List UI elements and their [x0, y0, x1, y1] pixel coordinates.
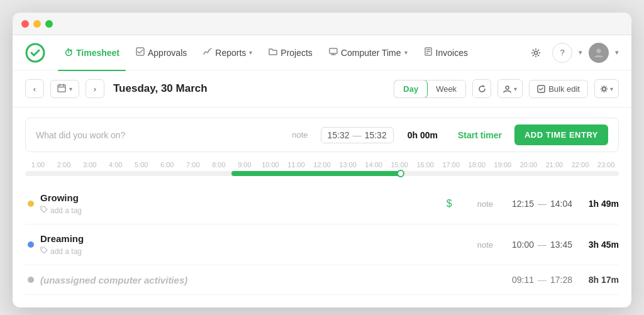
timeline-hour-label: 5:00 [128, 161, 154, 169]
entry-time-range: 09:11 — 17:28 [512, 275, 575, 285]
day-view-button[interactable]: Day [394, 80, 428, 98]
svg-point-18 [42, 207, 43, 208]
entry-note[interactable]: note [477, 199, 493, 209]
nav-item-projects[interactable]: Projects [262, 43, 319, 62]
nav-item-approvals[interactable]: Approvals [130, 43, 193, 62]
entry-dot [28, 241, 34, 248]
current-date-label: Tuesday, 30 March [113, 82, 208, 95]
timeline-hour-label: 2:00 [51, 161, 77, 169]
app-window: ⏱ Timesheet Approvals Reports ▾ Projects [13, 13, 631, 307]
entry-tag-label[interactable]: add a tag [50, 206, 82, 215]
time-entry-bar: What did you work on? note 15:32 — 15:32… [25, 118, 619, 152]
timeline-marker [397, 170, 404, 177]
nav-item-computer-time[interactable]: Computer Time ▾ [323, 43, 414, 62]
close-button[interactable] [21, 20, 29, 28]
entry-end[interactable]: 13:45 [550, 240, 572, 250]
week-view-button[interactable]: Week [427, 80, 465, 97]
timeline-hour-label: 7:00 [180, 161, 206, 169]
svg-point-19 [42, 248, 43, 249]
next-day-button[interactable]: › [86, 79, 104, 98]
time-start[interactable]: 15:32 [328, 130, 350, 140]
time-range-display: 15:32 — 15:32 [321, 127, 394, 143]
computer-time-chevron-icon: ▾ [404, 49, 408, 56]
entry-start[interactable]: 12:15 [512, 199, 534, 209]
tag-icon [40, 206, 48, 215]
calendar-chevron-icon: ▾ [69, 86, 72, 92]
avatar-chevron-icon: ▾ [615, 48, 619, 57]
avatar[interactable] [589, 43, 609, 63]
person-picker-button[interactable]: ▾ [497, 79, 523, 98]
entry-end[interactable]: 17:28 [550, 275, 572, 285]
entry-tag-label[interactable]: add a tag [50, 247, 82, 256]
timeline-hour-label: 18:00 [464, 161, 490, 169]
calendar-icon [57, 84, 66, 94]
more-settings-button[interactable]: ▾ [594, 79, 619, 98]
prev-day-button[interactable]: ‹ [25, 79, 44, 98]
add-time-entry-button[interactable]: ADD TIME ENTRY [514, 124, 608, 145]
table-row: Dreaming add a tag $ note 10:00 — 13:45 … [25, 224, 619, 265]
timeline-hour-label: 12:00 [309, 161, 335, 169]
timeline-hour-label: 6:00 [154, 161, 180, 169]
settings-icon[interactable] [526, 43, 546, 63]
duration-display: 0h 00m [408, 130, 438, 140]
help-icon[interactable]: ? [552, 43, 572, 63]
entry-tag: add a tag [40, 206, 434, 215]
entry-info: (unassigned computer activities) [40, 275, 450, 285]
minimize-button[interactable] [33, 20, 41, 28]
entry-end[interactable]: 14:04 [550, 199, 572, 209]
svg-point-17 [602, 87, 606, 91]
time-dash: — [353, 130, 362, 140]
timeline-hour-label: 13:00 [335, 161, 361, 169]
timeline-hour-label: 8:00 [206, 161, 231, 169]
nav-item-invoices[interactable]: Invoices [418, 43, 474, 62]
reports-icon [203, 47, 212, 58]
entry-start[interactable]: 10:00 [512, 240, 534, 250]
entry-spacer: $ [462, 274, 468, 285]
entry-dot [28, 201, 34, 207]
view-toggle: Day Week [394, 80, 466, 98]
timeline-active-bar [231, 171, 401, 176]
titlebar [13, 13, 631, 35]
timeline-hour-label: 20:00 [516, 161, 541, 169]
entry-duration: 8h 17m [581, 275, 619, 285]
entry-spacer: $ [447, 239, 452, 250]
timeline-hour-label: 10:00 [257, 161, 283, 169]
settings-chevron-icon: ▾ [610, 86, 613, 92]
start-timer-button[interactable]: Start timer [452, 126, 508, 144]
invoices-icon [424, 47, 433, 58]
timeline-hour-label: 19:00 [490, 161, 516, 169]
svg-rect-11 [58, 85, 65, 92]
entry-name[interactable]: (unassigned computer activities) [40, 275, 450, 285]
app-logo[interactable] [25, 43, 45, 63]
timeline-hour-label: 14:00 [361, 161, 387, 169]
svg-point-15 [506, 86, 509, 89]
bulk-edit-button[interactable]: Bulk edit [529, 80, 588, 98]
tag-icon [40, 246, 48, 256]
approvals-icon [136, 47, 145, 58]
svg-point-9 [535, 51, 538, 54]
entry-note[interactable]: note [477, 240, 493, 250]
entry-name[interactable]: Dreaming [40, 233, 434, 244]
timeline-hour-label: 23:00 [593, 161, 619, 169]
nav-label-timesheet: Timesheet [76, 48, 119, 58]
timeline-hour-label: 3:00 [77, 161, 103, 169]
reports-chevron-icon: ▾ [249, 49, 252, 56]
entry-note-label[interactable]: note [286, 130, 314, 140]
nav-item-timesheet[interactable]: ⏱ Timesheet [58, 44, 126, 62]
entry-name[interactable]: Growing [40, 192, 434, 203]
entry-start[interactable]: 09:11 [512, 275, 534, 285]
timeline-hour-label: 9:00 [231, 161, 257, 169]
what-worked-placeholder[interactable]: What did you work on? [36, 130, 279, 140]
nav-item-reports[interactable]: Reports ▾ [197, 43, 258, 62]
calendar-picker-button[interactable]: ▾ [50, 80, 79, 98]
timeline-hour-label: 17:00 [438, 161, 464, 169]
timeline-hour-label: 15:00 [387, 161, 413, 169]
nav-label-computer-time: Computer Time [341, 48, 401, 58]
maximize-button[interactable] [45, 20, 53, 28]
refresh-button[interactable] [472, 79, 491, 98]
timeline-track [25, 171, 619, 176]
svg-rect-2 [330, 48, 337, 53]
entry-dot [28, 277, 34, 283]
entry-billable-icon[interactable]: $ [447, 198, 452, 209]
time-end[interactable]: 15:32 [365, 130, 387, 140]
